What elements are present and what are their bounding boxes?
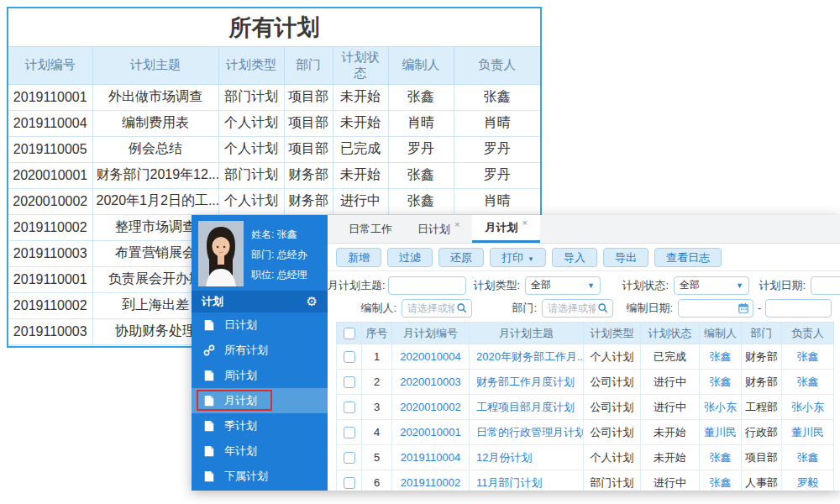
table-row[interactable]: 120200100042020年财务部工作月...个人计划已完成张鑫财务部张鑫 xyxy=(337,344,834,370)
table-cell: 例会总结 xyxy=(92,136,218,162)
table-cell[interactable]: 2020年财务部工作月... xyxy=(470,344,584,370)
table-cell[interactable]: 董川民 xyxy=(700,420,742,445)
导出-button[interactable]: 导出 xyxy=(603,248,648,267)
file-icon xyxy=(203,370,215,382)
table-cell[interactable]: 张小东 xyxy=(700,395,742,420)
row-checkbox[interactable] xyxy=(344,402,355,413)
sidebar-item-日计划[interactable]: 日计划 xyxy=(192,312,328,338)
table-cell[interactable]: 工程项目部月度计划 xyxy=(470,395,584,420)
table-cell: 个人计划 xyxy=(218,110,284,136)
导入-button[interactable]: 导入 xyxy=(552,248,597,267)
column-header: 部门 xyxy=(284,47,333,84)
search-icon[interactable] xyxy=(456,302,468,314)
table-cell[interactable]: 张鑫 xyxy=(700,344,742,370)
table-cell[interactable]: 张鑫 xyxy=(782,370,834,395)
table-cell: 2020010002 xyxy=(8,188,92,214)
table-cell[interactable]: 2020010003 xyxy=(392,370,470,395)
table-cell: 肖晴 xyxy=(388,110,454,136)
table-cell: 未开始 xyxy=(333,110,388,136)
sidebar-item-季计划[interactable]: 季计划 xyxy=(192,413,328,438)
还原-button[interactable]: 还原 xyxy=(438,248,484,267)
table-cell[interactable]: 2020010001 xyxy=(392,420,470,445)
table-cell[interactable]: 张鑫 xyxy=(700,470,742,491)
select-value: 全部 xyxy=(531,278,551,292)
close-icon[interactable]: × xyxy=(454,219,459,229)
table-cell: 外出做市场调查 xyxy=(92,84,218,110)
plan-date-input[interactable] xyxy=(811,276,840,295)
table-cell: 进行中 xyxy=(333,188,388,214)
table-cell[interactable]: 2019110002 xyxy=(392,470,470,491)
table-cell[interactable]: 张鑫 xyxy=(700,370,742,395)
tab-日计划[interactable]: 日计划× xyxy=(405,215,472,243)
table-cell: 财务部门2019年12... xyxy=(92,162,218,188)
table-cell: 进行中 xyxy=(641,370,700,395)
table-row[interactable]: 6201911000211月部门计划部门计划进行中张鑫人事部罗毅 xyxy=(337,470,834,491)
row-checkbox[interactable] xyxy=(344,427,355,438)
sidebar-item-年计划[interactable]: 年计划 xyxy=(192,438,328,464)
select-all-checkbox[interactable] xyxy=(344,328,355,339)
create-date-end-input[interactable] xyxy=(765,299,832,318)
table-cell[interactable]: 罗毅 xyxy=(782,470,834,491)
tab-label: 日常工作 xyxy=(349,222,392,237)
table-row[interactable]: 2019110004编制费用表个人计划项目部未开始肖晴肖晴 xyxy=(8,110,540,136)
plan-status-select[interactable]: 全部▼ xyxy=(674,276,749,295)
table-cell[interactable]: 张鑫 xyxy=(700,445,742,470)
column-header: 计划编号 xyxy=(8,47,92,84)
row-checkbox[interactable] xyxy=(344,477,355,489)
user-profile: 姓名: 张鑫 部门: 总经办 职位: 总经理 xyxy=(192,215,328,291)
sidebar-item-下属计划[interactable]: 下属计划 xyxy=(192,464,328,489)
table-cell[interactable]: 2019110004 xyxy=(392,445,470,470)
table-row[interactable]: 20200100022020年1月2日的工...个人计划财务部进行中张鑫肖晴 xyxy=(8,188,540,214)
gear-icon[interactable]: ⚙ xyxy=(307,294,318,309)
tab-月计划[interactable]: 月计划× xyxy=(472,215,539,243)
column-header: 编制人 xyxy=(700,323,742,344)
sidebar-item-月计划[interactable]: 月计划 xyxy=(192,388,328,413)
monthly-topic-input[interactable] xyxy=(388,276,466,295)
table-cell[interactable]: 张鑫 xyxy=(782,344,834,370)
table-cell: 未开始 xyxy=(641,445,700,470)
table-cell[interactable]: 2020010004 xyxy=(392,344,470,370)
table-cell[interactable]: 11月部门计划 xyxy=(470,470,584,491)
sidebar-item-所有计划[interactable]: 所有计划 xyxy=(192,338,328,363)
table-cell: 人事部 xyxy=(742,470,782,491)
table-row[interactable]: 2019110001外出做市场调查部门计划项目部未开始张鑫张鑫 xyxy=(8,84,540,110)
calendar-icon[interactable] xyxy=(738,302,749,314)
profile-name: 姓名: 张鑫 xyxy=(251,224,307,244)
sidebar-item-label: 下属计划 xyxy=(224,469,268,484)
tab-日常工作[interactable]: 日常工作 xyxy=(336,215,405,243)
button-label: 新增 xyxy=(348,251,370,264)
filter-panel: 月计划主题:计划类型:全部▼计划状态:全部▼计划日期: 编制人:部门:编制日期:… xyxy=(328,271,840,319)
table-row[interactable]: 2020010001财务部门2019年12...部门计划财务部未开始张鑫罗丹 xyxy=(8,162,540,188)
table-cell[interactable]: 董川民 xyxy=(782,420,834,445)
table-row[interactable]: 5201911000412月份计划个人计划未开始张鑫项目部张鑫 xyxy=(337,445,834,470)
table-row[interactable]: 2019110005例会总结个人计划项目部已完成罗丹罗丹 xyxy=(8,136,540,162)
table-cell: 2019110003 xyxy=(8,318,92,344)
打印-button[interactable]: 打印▼ xyxy=(490,248,546,267)
table-row[interactable]: 42020010001日常的行政管理月计划公司计划未开始董川民行政部董川民 xyxy=(337,420,834,445)
tab-label: 月计划 xyxy=(485,220,517,235)
search-icon[interactable] xyxy=(597,302,609,314)
file-icon xyxy=(203,319,215,332)
table-cell: 肖晴 xyxy=(454,110,540,136)
row-checkbox[interactable] xyxy=(344,351,355,363)
查看日志-button[interactable]: 查看日志 xyxy=(654,248,722,267)
tab-label: 日计划 xyxy=(417,222,450,237)
table-cell[interactable]: 财务部工作月度计划 xyxy=(470,370,584,395)
column-header: 计划类型 xyxy=(584,323,641,344)
table-cell[interactable]: 张鑫 xyxy=(782,445,834,470)
sidebar-item-周计划[interactable]: 周计划 xyxy=(192,363,328,388)
table-cell[interactable]: 张小东 xyxy=(782,395,834,420)
table-row[interactable]: 32020010002工程项目部月度计划公司计划进行中张小东工程部张小东 xyxy=(337,395,834,420)
row-checkbox[interactable] xyxy=(344,376,355,388)
table-cell[interactable]: 2020010002 xyxy=(392,395,470,420)
过滤-button[interactable]: 过滤 xyxy=(387,248,433,267)
table-cell[interactable]: 12月份计划 xyxy=(470,445,584,470)
plan-type-select[interactable]: 全部▼ xyxy=(525,276,601,295)
新增-button[interactable]: 新增 xyxy=(336,248,381,267)
row-checkbox[interactable] xyxy=(344,452,355,464)
table-cell: 罗丹 xyxy=(454,136,540,162)
button-label: 还原 xyxy=(450,251,472,264)
close-icon[interactable]: × xyxy=(522,218,527,228)
table-cell[interactable]: 日常的行政管理月计划 xyxy=(470,420,584,445)
table-row[interactable]: 22020010003财务部工作月度计划公司计划进行中张鑫财务部张鑫 xyxy=(337,370,834,395)
